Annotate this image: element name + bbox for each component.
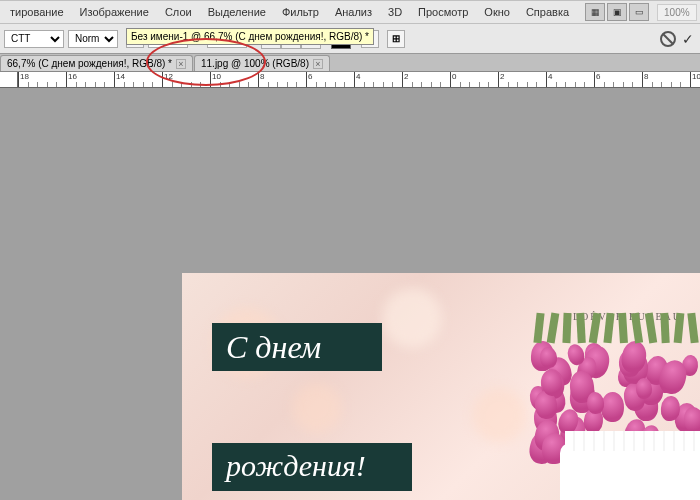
screen-icon[interactable]: ▭ [629, 3, 649, 21]
canvas-area[interactable]: С днем рождения! FLOÉVER BUREAU [0, 88, 700, 500]
bokeh-circle [382, 288, 442, 348]
text-layer-1[interactable]: С днем [212, 323, 382, 371]
tab-label: 66,7% (С днем рождения!, RGB/8) * [7, 58, 172, 69]
tab-image[interactable]: 11.jpg @ 100% (RGB/8) × [194, 55, 330, 71]
commit-icon[interactable]: ✓ [682, 31, 694, 47]
menu-view[interactable]: Просмотр [410, 3, 476, 21]
menu-analysis[interactable]: Анализ [327, 3, 380, 21]
menu-help[interactable]: Справка [518, 3, 577, 21]
vase [560, 443, 700, 500]
font-family-select[interactable]: CTT [4, 30, 64, 48]
ruler-origin[interactable] [0, 72, 18, 88]
character-panel-icon[interactable]: ⊞ [387, 30, 405, 48]
menu-bar: тирование Изображение Слои Выделение Фил… [0, 0, 700, 24]
menu-image[interactable]: Изображение [72, 3, 157, 21]
tab-label: 11.jpg @ 100% (RGB/8) [201, 58, 309, 69]
horizontal-ruler[interactable]: 181614121086420246810 [18, 72, 700, 88]
bokeh-circle [292, 383, 342, 433]
document-tooltip: Без имени-1 @ 66,7% (С днем рождения!, R… [126, 28, 374, 45]
menu-filter[interactable]: Фильтр [274, 3, 327, 21]
flower-image: FLOÉVER BUREAU [520, 303, 700, 500]
menu-layers[interactable]: Слои [157, 3, 200, 21]
workspace-icon[interactable]: ▦ [585, 3, 605, 21]
font-style-select[interactable]: Normal [68, 30, 118, 48]
menu-select[interactable]: Выделение [200, 3, 274, 21]
close-icon[interactable]: × [313, 59, 323, 69]
document-tabs: 66,7% (С днем рождения!, RGB/8) * × 11.j… [0, 54, 700, 72]
tab-untitled[interactable]: 66,7% (С днем рождения!, RGB/8) * × [0, 55, 193, 71]
document-canvas[interactable]: С днем рождения! FLOÉVER BUREAU [182, 273, 700, 500]
menu-window[interactable]: Окно [476, 3, 518, 21]
menu-3d[interactable]: 3D [380, 3, 410, 21]
zoom-display[interactable]: 100% [657, 4, 697, 21]
close-icon[interactable]: × [176, 59, 186, 69]
bokeh-circle [472, 388, 527, 443]
text-layer-2[interactable]: рождения! [212, 443, 412, 491]
cancel-icon[interactable] [660, 31, 676, 47]
layout-icon[interactable]: ▣ [607, 3, 627, 21]
menu-edit[interactable]: тирование [2, 3, 72, 21]
